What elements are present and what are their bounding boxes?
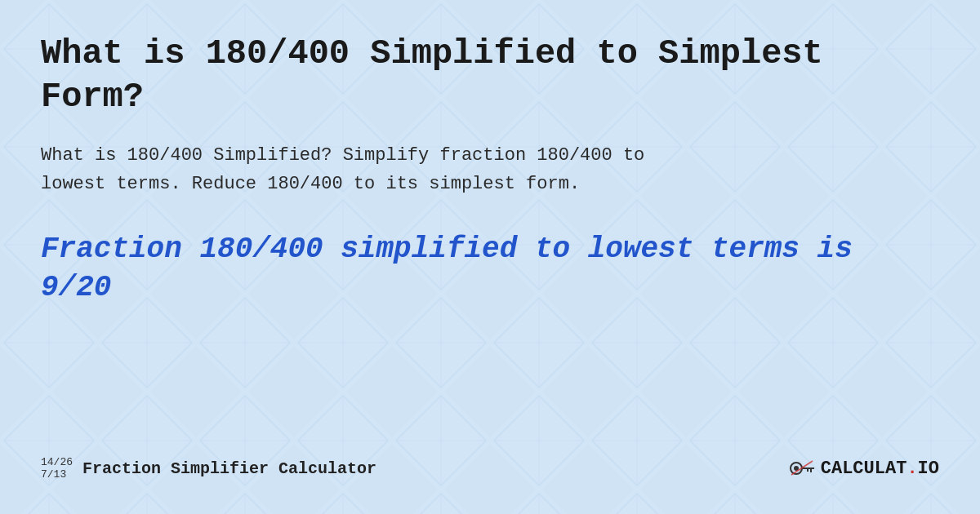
description-line1: What is 180/400 Simplified? Simplify fra…: [41, 145, 644, 166]
description: What is 180/400 Simplified? Simplify fra…: [41, 141, 939, 198]
footer-fractions: 14/26 7/13: [41, 456, 73, 481]
footer-fraction-top: 14/26: [41, 456, 73, 469]
logo-dot: .: [906, 459, 917, 479]
main-section: What is 180/400 Simplified to Simplest F…: [41, 33, 939, 456]
logo-text: CALCULAT.IO: [821, 459, 939, 479]
footer: 14/26 7/13 Fraction Simplifier Calculato…: [41, 456, 939, 490]
description-line2: lowest terms. Reduce 180/400 to its simp…: [41, 174, 580, 194]
footer-site-title: Fraction Simplifier Calculator: [82, 459, 376, 478]
page-title: What is 180/400 Simplified to Simplest F…: [41, 33, 939, 118]
footer-logo: CALCULAT.IO: [790, 457, 939, 480]
page-content: What is 180/400 Simplified to Simplest F…: [0, 0, 980, 514]
result-heading: Fraction 180/400 simplified to lowest te…: [41, 231, 939, 308]
logo-icon: [790, 457, 816, 480]
footer-fraction-bottom: 7/13: [41, 468, 73, 481]
